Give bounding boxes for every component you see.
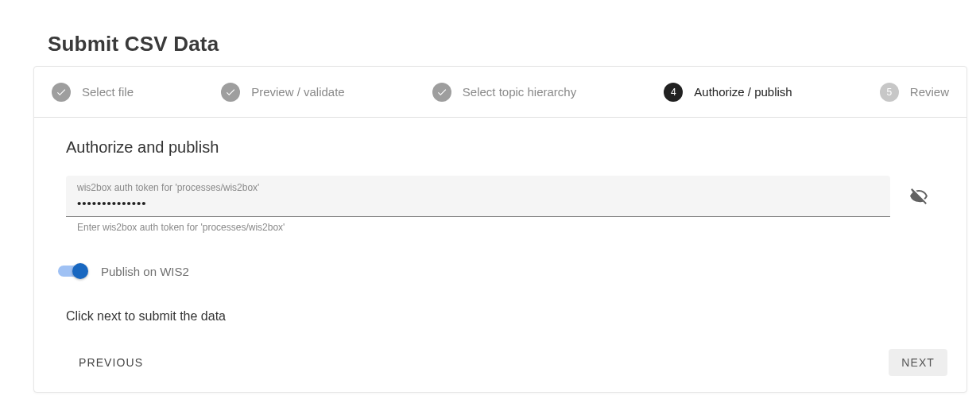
publish-on-wis2-toggle[interactable]	[55, 260, 90, 282]
stepper: Select file Preview / validate Select to…	[34, 67, 966, 118]
step-number-icon: 5	[880, 83, 899, 102]
publish-on-wis2-label: Publish on WIS2	[101, 265, 189, 278]
next-button[interactable]: Next	[889, 349, 947, 376]
toggle-password-visibility-button[interactable]	[903, 182, 935, 214]
wizard-card: Select file Preview / validate Select to…	[33, 66, 967, 393]
step-label: Review	[910, 85, 949, 99]
instruction-text: Click next to submit the data	[66, 309, 935, 324]
step-number-icon: 4	[664, 83, 683, 102]
section-title: Authorize and publish	[66, 138, 935, 157]
step-label: Select topic hierarchy	[463, 85, 576, 99]
step-preview-validate[interactable]: Preview / validate	[221, 83, 345, 102]
check-icon	[52, 83, 71, 102]
previous-button[interactable]: Previous	[66, 349, 156, 376]
step-content: Authorize and publish wis2box auth token…	[34, 118, 966, 338]
step-authorize-publish[interactable]: 4 Authorize / publish	[664, 83, 792, 102]
auth-token-input[interactable]	[77, 195, 879, 211]
step-select-topic-hierarchy[interactable]: Select topic hierarchy	[432, 83, 576, 102]
auth-token-field: wis2box auth token for 'processes/wis2bo…	[66, 176, 890, 233]
auth-token-hint: Enter wis2box auth token for 'processes/…	[66, 217, 890, 233]
auth-token-label: wis2box auth token for 'processes/wis2bo…	[77, 182, 879, 193]
check-icon	[432, 83, 451, 102]
step-select-file[interactable]: Select file	[52, 83, 134, 102]
switch-thumb	[72, 263, 88, 279]
step-label: Select file	[82, 85, 134, 99]
check-icon	[221, 83, 240, 102]
step-label: Preview / validate	[251, 85, 345, 99]
step-number: 4	[671, 87, 676, 98]
eye-off-icon	[909, 187, 928, 209]
step-review[interactable]: 5 Review	[880, 83, 949, 102]
step-number: 5	[886, 87, 892, 98]
page-title: Submit CSV Data	[0, 0, 980, 66]
step-label: Authorize / publish	[694, 85, 792, 99]
wizard-actions: Previous Next	[34, 338, 966, 392]
